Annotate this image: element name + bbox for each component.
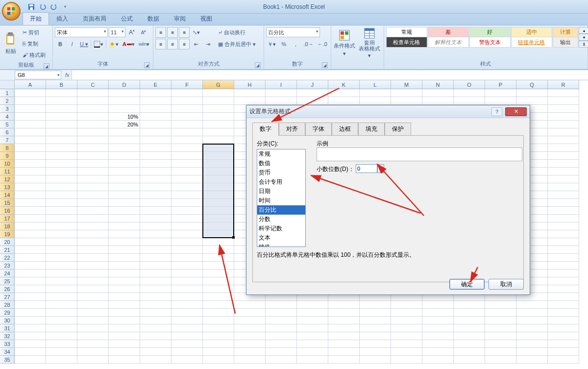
cell-G18[interactable] (203, 222, 234, 230)
cell-C22[interactable] (77, 254, 109, 262)
cell-B10[interactable] (46, 160, 77, 168)
row-header-17[interactable]: 17 (0, 215, 15, 222)
cell-A32[interactable] (15, 332, 46, 340)
cell-N30[interactable] (422, 317, 454, 324)
cell-D13[interactable] (109, 183, 140, 191)
cell-C2[interactable] (77, 97, 109, 105)
cell-R4[interactable] (548, 113, 579, 121)
italic-button[interactable]: I (67, 39, 77, 49)
cell-I32[interactable] (266, 332, 297, 340)
cell-J34[interactable] (297, 348, 328, 356)
cell-F1[interactable] (172, 89, 203, 97)
formula-input[interactable] (72, 71, 588, 79)
cell-E8[interactable] (140, 144, 172, 152)
cell-G9[interactable] (203, 152, 234, 160)
cell-R29[interactable] (548, 309, 579, 317)
cell-R16[interactable] (548, 207, 579, 215)
row-header-35[interactable]: 35 (0, 356, 15, 364)
dialog-tab-border[interactable]: 边框 (332, 123, 358, 136)
cell-B8[interactable] (46, 144, 77, 152)
cell-F15[interactable] (172, 199, 203, 207)
cell-G4[interactable] (203, 113, 234, 121)
cell-N1[interactable] (422, 89, 454, 97)
cell-C31[interactable] (77, 324, 109, 332)
cell-A11[interactable] (15, 168, 46, 175)
cell-C7[interactable] (77, 136, 109, 144)
wrap-text-button[interactable]: ⤶自动换行 (217, 27, 255, 38)
row-header-32[interactable]: 32 (0, 332, 15, 340)
cell-E20[interactable] (140, 238, 172, 246)
cell-K30[interactable] (328, 317, 360, 324)
cell-R24[interactable] (548, 270, 579, 277)
cell-D28[interactable] (109, 301, 140, 309)
cell-R13[interactable] (548, 183, 579, 191)
col-header-K[interactable]: K (328, 80, 360, 89)
cell-O29[interactable] (454, 309, 485, 317)
cell-A25[interactable] (15, 277, 46, 285)
cell-K33[interactable] (328, 340, 360, 348)
cell-A8[interactable] (15, 144, 46, 152)
cell-H29[interactable] (234, 309, 266, 317)
cell-C10[interactable] (77, 160, 109, 168)
row-header-20[interactable]: 20 (0, 238, 15, 246)
cell-C18[interactable] (77, 222, 109, 230)
cell-G30[interactable] (203, 317, 234, 324)
cell-C15[interactable] (77, 199, 109, 207)
cell-F12[interactable] (172, 175, 203, 183)
cell-L28[interactable] (360, 301, 391, 309)
cell-B21[interactable] (46, 246, 77, 254)
cell-Q35[interactable] (516, 356, 548, 364)
cell-M35[interactable] (391, 356, 422, 364)
cell-Q29[interactable] (516, 309, 548, 317)
cell-D20[interactable] (109, 238, 140, 246)
cell-B16[interactable] (46, 207, 77, 215)
cell-C3[interactable] (77, 105, 109, 113)
align-top-button[interactable]: ≡ (155, 27, 166, 38)
row-header-1[interactable]: 1 (0, 89, 15, 97)
cell-E9[interactable] (140, 152, 172, 160)
row-header-33[interactable]: 33 (0, 340, 15, 348)
cell-E18[interactable] (140, 222, 172, 230)
cell-B32[interactable] (46, 332, 77, 340)
cell-F17[interactable] (172, 215, 203, 222)
row-header-2[interactable]: 2 (0, 97, 15, 105)
cell-R35[interactable] (548, 356, 579, 364)
number-format-combo[interactable]: 百分比 (266, 27, 320, 37)
cell-F11[interactable] (172, 168, 203, 175)
cell-E7[interactable] (140, 136, 172, 144)
cell-F24[interactable] (172, 270, 203, 277)
cell-B5[interactable] (46, 121, 77, 128)
category-item[interactable]: 数值 (257, 159, 305, 168)
font-size-combo[interactable]: 11 (109, 27, 125, 37)
cell-R25[interactable] (548, 277, 579, 285)
cell-K31[interactable] (328, 324, 360, 332)
align-left-button[interactable]: ≡ (155, 39, 166, 49)
cell-A15[interactable] (15, 199, 46, 207)
cell-R23[interactable] (548, 262, 579, 270)
cell-E33[interactable] (140, 340, 172, 348)
cell-C4[interactable] (77, 113, 109, 121)
cell-M2[interactable] (391, 97, 422, 105)
category-item[interactable]: 文本 (257, 233, 305, 243)
decrease-decimal-button[interactable]: ←.0 (316, 39, 329, 49)
cell-R7[interactable] (548, 136, 579, 144)
cell-G22[interactable] (203, 254, 234, 262)
cell-G35[interactable] (203, 356, 234, 364)
cell-M29[interactable] (391, 309, 422, 317)
cell-L35[interactable] (360, 356, 391, 364)
row-header-3[interactable]: 3 (0, 105, 15, 113)
cell-E1[interactable] (140, 89, 172, 97)
cell-E12[interactable] (140, 175, 172, 183)
dialog-tab-number[interactable]: 数字 (252, 123, 279, 136)
cell-I28[interactable] (266, 301, 297, 309)
row-header-6[interactable]: 6 (0, 128, 15, 136)
cell-C14[interactable] (77, 191, 109, 199)
percent-format-button[interactable]: % (278, 39, 289, 49)
cell-I31[interactable] (266, 324, 297, 332)
cell-R2[interactable] (548, 97, 579, 105)
clipboard-dialog-launcher[interactable]: ◢ (44, 63, 49, 69)
cell-K34[interactable] (328, 348, 360, 356)
cell-G31[interactable] (203, 324, 234, 332)
cell-E2[interactable] (140, 97, 172, 105)
cell-I29[interactable] (266, 309, 297, 317)
